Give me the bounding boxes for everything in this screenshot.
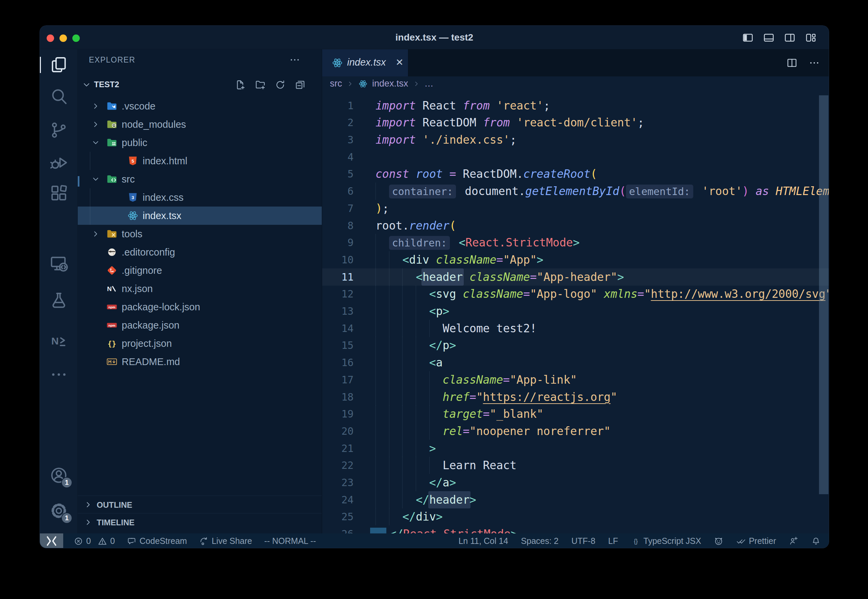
close-tab-icon[interactable]: ✕	[394, 57, 405, 69]
status-item-vim-mode[interactable]: -- NORMAL --	[264, 536, 316, 546]
panel-timeline[interactable]: TIMELINE	[78, 513, 322, 531]
tree-item-public[interactable]: public	[78, 134, 322, 152]
activity-item-extensions[interactable]	[50, 184, 68, 203]
code-line-8[interactable]: 8root.render(	[322, 217, 829, 234]
chevron-right-icon[interactable]	[91, 120, 100, 129]
status-item-cursor-position[interactable]: Ln 11, Col 14	[458, 536, 508, 546]
tree-item-nx-json[interactable]: Nnx.json	[78, 280, 322, 298]
code-editor[interactable]: 1import React from 'react';2import React…	[322, 91, 829, 533]
layout-sidebar-right-icon[interactable]	[784, 32, 796, 44]
tree-item-node-modules[interactable]: JSnode_modules	[78, 115, 322, 134]
new-folder-icon[interactable]	[255, 80, 266, 90]
status-item-indentation[interactable]: Spaces: 2	[521, 536, 558, 546]
status-item-warnings[interactable]: 0	[98, 536, 115, 546]
activity-item-accounts[interactable]: 1	[50, 466, 68, 485]
tree-item--gitignore[interactable]: .gitignore	[78, 261, 322, 280]
code-line-11[interactable]: 11<header className="App-header">	[322, 268, 829, 286]
code-line-4[interactable]: 4	[322, 148, 829, 166]
activity-item-run-and-debug[interactable]	[50, 153, 68, 172]
tab-index-tsx[interactable]: index.tsx ✕	[322, 49, 408, 77]
code-line-9[interactable]: 9children: <React.StrictMode>	[322, 234, 829, 251]
tree-item-index-css[interactable]: 3index.css	[78, 188, 322, 206]
tree-item--editorconfig[interactable]: .editorconfig	[78, 243, 322, 261]
chevron-down-icon[interactable]	[91, 138, 100, 147]
indent-guide	[376, 388, 376, 406]
layout-grid-icon[interactable]	[805, 32, 817, 44]
code-line-25[interactable]: 25</div>	[322, 508, 829, 525]
status-item-prettier[interactable]: Prettier	[736, 536, 776, 546]
code-line-15[interactable]: 15</p>	[322, 337, 829, 354]
code-line-3[interactable]: 3import './index.css';	[322, 131, 829, 148]
editor-scrollbar[interactable]	[819, 95, 829, 494]
activity-item-source-control[interactable]	[50, 121, 68, 140]
tree-item-package-lock-json[interactable]: npmpackage-lock.json	[78, 298, 322, 316]
status-item-language-mode[interactable]: {}TypeScript JSX	[631, 536, 701, 546]
breadcrumb-item[interactable]: …	[424, 78, 434, 89]
code-line-18[interactable]: 18href="https://reactjs.org"	[322, 388, 829, 406]
more-actions-icon[interactable]	[808, 57, 820, 69]
code-line-12[interactable]: 12<svg className="App-logo" xmlns="http:…	[322, 285, 829, 303]
tree-item--vscode[interactable]: .vscode	[78, 97, 322, 115]
code-line-1[interactable]: 1import React from 'react';	[322, 97, 829, 114]
status-item-errors[interactable]: 0	[74, 536, 91, 546]
folder-section-header[interactable]: TEST2	[78, 76, 322, 93]
layout-panel-icon[interactable]	[763, 32, 775, 44]
code-line-13[interactable]: 13<p>	[322, 303, 829, 320]
code-line-6[interactable]: 6container: document.getElementById(elem…	[322, 182, 829, 200]
status-item-encoding[interactable]: UTF-8	[571, 536, 595, 546]
panel-outline[interactable]: OUTLINE	[78, 495, 322, 513]
activity-item-nx-console[interactable]: N	[50, 331, 68, 350]
breadcrumb-item[interactable]: src	[330, 78, 342, 89]
code-line-7[interactable]: 7);	[322, 200, 829, 217]
indent-guide	[402, 474, 403, 491]
tree-item-project-json[interactable]: {}project.json	[78, 334, 322, 352]
code-line-14[interactable]: 14Welcome test2!	[322, 320, 829, 337]
code-line-23[interactable]: 23</a>	[322, 474, 829, 491]
tree-item-package-json[interactable]: npmpackage.json	[78, 316, 322, 334]
tree-item-src[interactable]: src	[78, 170, 322, 188]
code-text: import './index.css';	[376, 131, 516, 148]
new-file-icon[interactable]	[235, 80, 246, 90]
code-line-16[interactable]: 16<a	[322, 354, 829, 371]
code-line-26[interactable]: 26</React.StrictMode>	[322, 525, 829, 533]
tree-item-index-tsx[interactable]: index.tsx	[78, 206, 322, 225]
activity-item-more-views[interactable]	[50, 365, 68, 384]
indent-guide	[416, 303, 416, 320]
remote-indicator[interactable]	[40, 533, 63, 548]
activity-item-search[interactable]	[50, 87, 68, 106]
code-line-19[interactable]: 19target="_blank"	[322, 405, 829, 423]
tree-item-tools[interactable]: tools	[78, 225, 322, 243]
status-item-notifications[interactable]	[811, 536, 821, 546]
status-item-eol[interactable]: LF	[608, 536, 618, 546]
code-line-20[interactable]: 20rel="noopener noreferrer"	[322, 423, 829, 440]
status-item-feedback[interactable]	[789, 536, 798, 546]
activity-item-remote-explorer[interactable]	[50, 254, 68, 273]
code-text: );	[376, 200, 389, 217]
code-line-17[interactable]: 17className="App-link"	[322, 371, 829, 388]
status-item-live-share[interactable]: Live Share	[199, 536, 252, 546]
chevron-right-icon[interactable]	[91, 102, 100, 111]
breadcrumb-item[interactable]: index.tsx	[372, 78, 408, 89]
split-editor-icon[interactable]	[786, 57, 798, 69]
status-item-codestream[interactable]: CodeStream	[127, 536, 187, 546]
layout-sidebar-left-icon[interactable]	[742, 32, 754, 44]
code-line-21[interactable]: 21>	[322, 440, 829, 457]
code-line-5[interactable]: 5const root = ReactDOM.createRoot(	[322, 165, 829, 182]
line-number: 6	[322, 182, 354, 200]
activity-item-explorer[interactable]	[50, 56, 68, 74]
explorer-more-actions-icon[interactable]	[289, 54, 301, 66]
code-line-24[interactable]: 24</header>	[322, 491, 829, 509]
tree-item-readme-md[interactable]: README.md	[78, 352, 322, 371]
activity-item-testing[interactable]	[50, 291, 68, 310]
code-line-10[interactable]: 10<div className="App">	[322, 251, 829, 268]
refresh-explorer-icon[interactable]	[275, 80, 286, 90]
code-line-22[interactable]: 22Learn React	[322, 457, 829, 474]
chevron-down-icon[interactable]	[91, 175, 100, 184]
code-line-2[interactable]: 2import ReactDOM from 'react-dom/client'…	[322, 114, 829, 131]
status-item-github[interactable]	[714, 536, 724, 546]
tree-item-index-html[interactable]: 5index.html	[78, 152, 322, 170]
activity-item-settings[interactable]: 1	[50, 501, 68, 520]
indent-guide	[402, 320, 403, 337]
chevron-right-icon[interactable]	[91, 230, 100, 238]
collapse-folders-icon[interactable]	[295, 80, 305, 90]
